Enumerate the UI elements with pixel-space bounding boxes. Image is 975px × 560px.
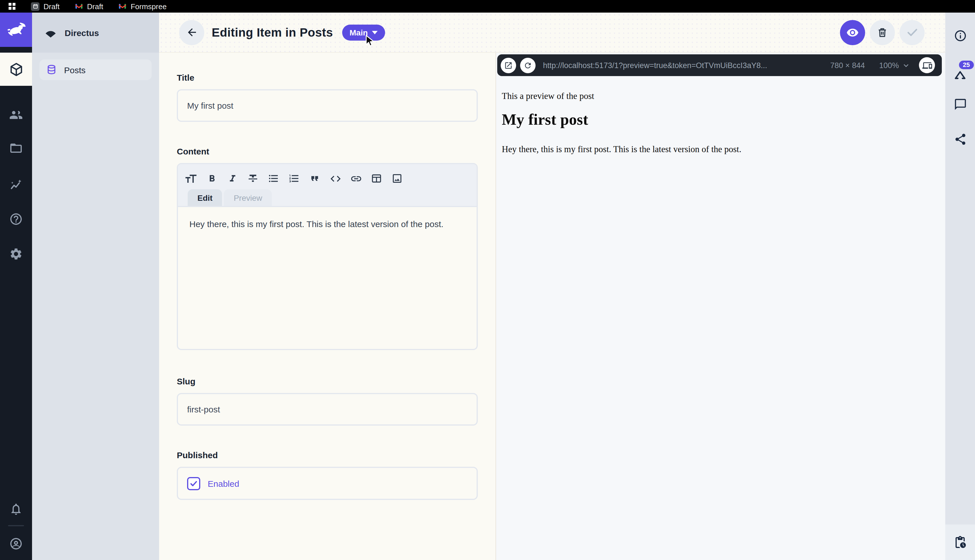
published-field-box: Enabled	[177, 467, 478, 500]
comments-sidebar-button[interactable]	[953, 97, 967, 111]
field-content: Content	[177, 147, 495, 350]
module-help[interactable]	[9, 212, 23, 226]
share-sidebar-button[interactable]	[953, 132, 967, 146]
image-icon[interactable]	[391, 172, 403, 185]
tab-overview-icon[interactable]	[8, 3, 15, 10]
header-actions	[840, 20, 925, 45]
sidebar-bottom-section	[945, 525, 975, 560]
code-icon[interactable]	[329, 172, 342, 185]
devices-icon	[922, 60, 932, 70]
slug-value: first-post	[187, 404, 220, 414]
account-circle-icon[interactable]	[9, 537, 23, 550]
field-published-label: Published	[177, 450, 495, 460]
eye-icon	[846, 26, 859, 38]
browser-tab-draft-1[interactable]: Draft	[31, 2, 60, 11]
info-sidebar-button[interactable]	[953, 28, 967, 42]
version-dropdown-button[interactable]: Main	[342, 24, 385, 40]
text-size-icon[interactable]	[185, 172, 197, 185]
app-root: Draft Draft Formspree	[0, 0, 975, 560]
share-icon	[953, 132, 967, 146]
mouse-cursor	[364, 35, 375, 48]
preview-page-content: This a preview of the post My first post…	[497, 76, 942, 155]
checkbox-check-icon	[189, 479, 198, 488]
title-input[interactable]: My first post	[177, 89, 478, 122]
content-module-cube-icon	[8, 62, 24, 77]
strikethrough-icon[interactable]	[247, 172, 259, 185]
save-button[interactable]	[900, 20, 925, 45]
preview-url[interactable]: http://localhost:5173/1?preview=true&tok…	[543, 61, 767, 70]
back-button[interactable]	[179, 20, 204, 45]
published-checkbox[interactable]	[187, 477, 200, 490]
notifications-bell-icon[interactable]	[9, 502, 23, 516]
content-value: Hey there, this is my first post. This i…	[189, 216, 448, 233]
table-icon[interactable]	[370, 172, 383, 185]
nav-item-label: Posts	[64, 65, 85, 75]
comment-icon	[953, 98, 967, 111]
browser-tab-strip: Draft Draft Formspree	[0, 0, 975, 13]
chevron-down-icon	[902, 62, 910, 69]
preview-body-text: Hey there, this is my first post. This i…	[502, 144, 937, 155]
gmail-favicon	[75, 2, 83, 10]
module-settings[interactable]	[9, 247, 23, 261]
refresh-icon	[523, 61, 532, 70]
directus-rabbit-icon	[6, 20, 26, 40]
title-value: My first post	[187, 101, 233, 110]
content-textarea[interactable]: Hey there, this is my first post. This i…	[178, 207, 477, 349]
project-name: Directus	[65, 28, 99, 37]
nav-sidebar: Directus Posts	[32, 13, 159, 560]
module-bar-divider	[8, 525, 24, 526]
module-files[interactable]	[9, 141, 23, 155]
field-content-label: Content	[177, 147, 495, 156]
browser-tab-formspree[interactable]: Formspree	[119, 2, 167, 11]
preview-intro-text: This a preview of the post	[502, 91, 937, 101]
refresh-preview-button[interactable]	[520, 57, 535, 73]
italic-icon[interactable]	[226, 172, 238, 185]
preview-url-bar: http://localhost:5173/1?preview=true&tok…	[497, 54, 942, 76]
zoom-select[interactable]: 100%	[879, 61, 910, 70]
module-content-active[interactable]	[0, 53, 32, 86]
preview-toggle-button[interactable]	[840, 20, 865, 45]
link-icon[interactable]	[350, 172, 362, 185]
page-title: Editing Item in Posts	[212, 25, 333, 39]
numbered-list-icon[interactable]	[288, 172, 300, 185]
external-link-icon	[504, 61, 513, 70]
device-frame-button[interactable]	[919, 57, 935, 73]
clipboard-clock-icon	[953, 535, 967, 549]
field-slug-label: Slug	[177, 377, 495, 386]
nav-item-posts[interactable]: Posts	[40, 60, 152, 80]
blockquote-icon[interactable]	[308, 172, 321, 185]
bold-icon[interactable]	[205, 172, 218, 185]
open-in-new-tab-button[interactable]	[501, 57, 516, 73]
chevron-down-icon	[372, 31, 378, 34]
tab-edit[interactable]: Edit	[188, 189, 222, 206]
calendar-favicon	[31, 2, 40, 11]
check-icon	[905, 26, 918, 39]
right-sidebar: 25	[945, 13, 975, 560]
project-header[interactable]: Directus	[32, 13, 159, 53]
field-slug: Slug first-post	[177, 377, 495, 426]
delete-button[interactable]	[870, 20, 895, 45]
preview-dimensions: 780 × 844	[830, 61, 865, 70]
trash-icon	[877, 27, 888, 38]
directus-logo-button[interactable]	[0, 13, 32, 47]
module-bar	[0, 13, 32, 560]
gmail-favicon	[119, 2, 127, 10]
tab-preview[interactable]: Preview	[224, 189, 272, 206]
pending-tasks-button[interactable]	[953, 535, 967, 549]
revisions-count-badge: 25	[959, 61, 974, 69]
module-insights[interactable]	[9, 178, 23, 192]
markdown-editor: Edit Preview Hey there, this is my first…	[177, 163, 478, 350]
field-title: Title My first post	[177, 73, 495, 122]
editor-tabs: Edit Preview	[185, 189, 470, 206]
bullet-list-icon[interactable]	[267, 172, 280, 185]
field-published: Published Enabled	[177, 450, 495, 500]
module-users[interactable]	[9, 108, 23, 122]
live-preview-panel: http://localhost:5173/1?preview=true&tok…	[496, 53, 945, 560]
editor-toolbar: Edit Preview	[178, 164, 477, 207]
tab-label: Formspree	[131, 2, 167, 11]
zoom-value: 100%	[879, 61, 899, 70]
field-title-label: Title	[177, 73, 495, 82]
database-icon	[46, 64, 57, 75]
slug-input[interactable]: first-post	[177, 393, 478, 426]
browser-tab-draft-2[interactable]: Draft	[75, 2, 103, 11]
